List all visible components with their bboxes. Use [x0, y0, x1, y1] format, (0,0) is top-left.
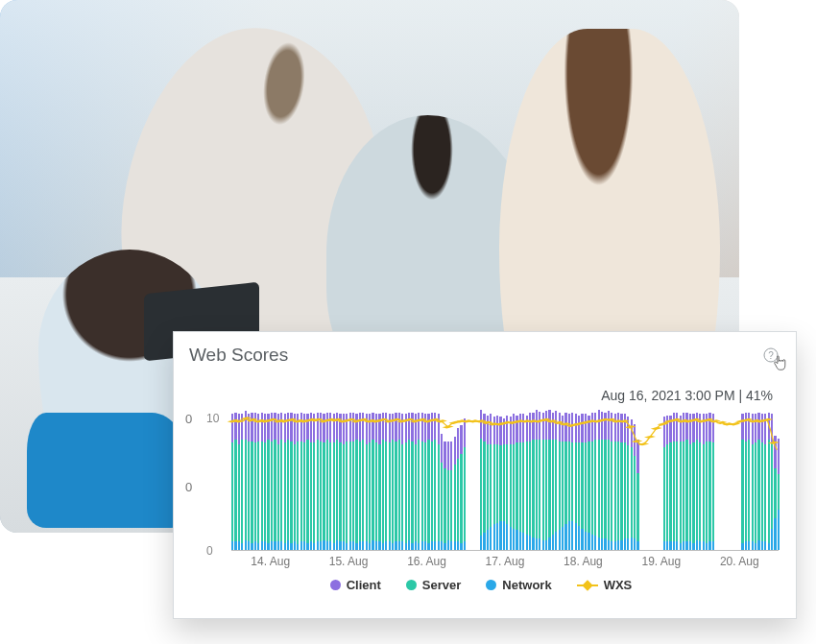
circle-icon [330, 580, 341, 590]
svg-rect-35 [443, 425, 454, 428]
svg-rect-67 [651, 427, 662, 430]
legend-item-network[interactable]: Network [486, 578, 551, 592]
svg-rect-63 [625, 425, 636, 428]
web-scores-card: Web Scores ? Aug 16, 2021 3:00 PM | 41% … [173, 331, 797, 619]
x-tick: 15. Aug [309, 555, 387, 568]
circle-icon [486, 580, 496, 590]
x-axis: 14. Aug 15. Aug 16. Aug 17. Aug 18. Aug … [183, 551, 779, 572]
x-tick: 17. Aug [466, 555, 543, 568]
card-title: Web Scores [183, 345, 288, 366]
x-tick: 19. Aug [622, 555, 700, 568]
x-tick: 14. Aug [231, 555, 309, 568]
chart-plot[interactable]: 0 10 0 0 [183, 407, 779, 551]
line-marker-icon [577, 581, 598, 590]
pointer-cursor-icon [772, 355, 787, 370]
x-tick: 20. Aug [701, 555, 779, 568]
x-tick: 18. Aug [544, 555, 622, 568]
y-major-tick: 0 [185, 412, 192, 426]
help-icon[interactable]: ? [763, 347, 779, 363]
wxs-line [231, 407, 779, 550]
x-tick: 16. Aug [388, 555, 466, 568]
legend-item-wxs[interactable]: WXS [577, 578, 633, 592]
svg-rect-66 [644, 436, 656, 439]
circle-icon [406, 580, 417, 590]
y-minor-tick: 0 [206, 544, 213, 558]
legend-item-server[interactable]: Server [406, 578, 461, 592]
svg-rect-68 [658, 422, 669, 425]
y-minor-tick: 10 [206, 412, 219, 425]
y-axis: 0 10 0 0 [183, 407, 231, 551]
y-major-tick: 0 [185, 479, 192, 493]
legend-item-client[interactable]: Client [330, 578, 381, 592]
svg-rect-85 [768, 441, 780, 444]
legend: Client Server Network WXS [183, 572, 779, 592]
hover-timestamp: Aug 16, 2021 3:00 PM | 41% [183, 369, 779, 407]
svg-rect-64 [631, 440, 642, 442]
